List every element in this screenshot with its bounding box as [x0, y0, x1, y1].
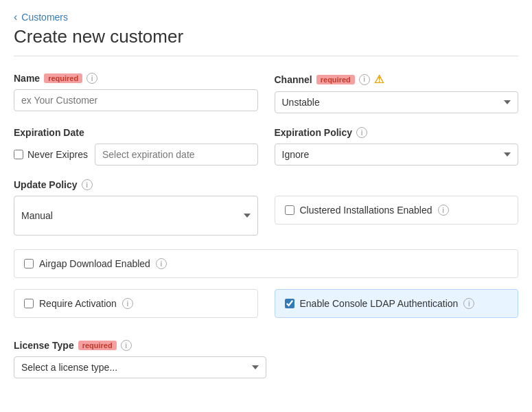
expiration-date-section: Expiration Date Never Exipres	[14, 127, 258, 165]
channel-select[interactable]: Unstable Stable Beta LTS	[275, 91, 519, 113]
expiration-date-row: Never Exipres	[14, 144, 258, 165]
expiration-policy-label: Expiration Policy	[275, 127, 353, 138]
clustered-installations-label: Clustered Installations Enabled	[300, 205, 432, 216]
license-type-label-row: License Type required i	[14, 340, 518, 351]
name-input[interactable]	[14, 89, 258, 111]
breadcrumb-row: ‹ Customers	[14, 11, 518, 23]
enable-console-ldap-section: Enable Console LDAP Authentication i	[275, 289, 519, 318]
never-expires-checkbox[interactable]	[14, 150, 23, 159]
license-type-section: License Type required i Select a license…	[14, 340, 518, 378]
channel-required-badge: required	[316, 75, 355, 84]
enable-console-ldap-label: Enable Console LDAP Authentication	[300, 298, 459, 309]
divider	[14, 56, 518, 56]
never-expires-label[interactable]: Never Exipres	[14, 149, 88, 160]
require-activation-info-icon[interactable]: i	[122, 298, 133, 309]
expiration-policy-label-row: Expiration Policy i	[275, 127, 519, 138]
expiration-policy-info-icon[interactable]: i	[356, 127, 367, 138]
license-type-select[interactable]: Select a license type... Development Tri…	[14, 356, 266, 378]
license-type-required-badge: required	[78, 341, 117, 350]
update-policy-section: Update Policy i Manual Automatic Patch C…	[14, 179, 518, 236]
page-container: ‹ Customers Create new customer Name req…	[0, 0, 532, 395]
require-activation-row: Require Activation i	[24, 298, 133, 309]
require-activation-section: Require Activation i	[14, 289, 258, 318]
require-activation-label: Require Activation	[39, 298, 117, 309]
require-activation-checkbox[interactable]	[24, 299, 34, 308]
activation-ldap-grid: Require Activation i Enable Console LDAP…	[14, 289, 518, 329]
clustered-info-icon[interactable]: i	[438, 205, 449, 216]
airgap-checkbox[interactable]	[24, 259, 34, 268]
never-expires-text: Never Exipres	[27, 149, 88, 160]
clustered-installations-row: Clustered Installations Enabled i	[285, 205, 449, 216]
enable-console-ldap-info-icon[interactable]: i	[463, 298, 474, 309]
expiration-date-label-row: Expiration Date	[14, 127, 258, 138]
expiration-policy-section: Expiration Policy i Ignore Warn Disable	[275, 127, 519, 165]
channel-info-icon[interactable]: i	[359, 74, 370, 85]
expiration-policy-select[interactable]: Ignore Warn Disable	[275, 144, 519, 165]
license-type-label: License Type	[14, 340, 74, 351]
breadcrumb-link[interactable]: Customers	[21, 12, 68, 23]
name-required-badge: required	[44, 73, 82, 83]
clustered-installations-checkbox[interactable]	[285, 205, 294, 215]
page-title: Create new customer	[14, 26, 183, 47]
channel-field-section: Channel required i ⚠ Unstable Stable Bet…	[275, 73, 519, 113]
channel-label: Channel	[275, 74, 312, 85]
license-type-info-icon[interactable]: i	[121, 340, 132, 351]
name-field-section: Name required i	[14, 73, 258, 113]
name-channel-grid: Name required i Channel required i ⚠ Uns…	[14, 73, 518, 127]
airgap-section: Airgap Download Enabled i	[14, 249, 518, 278]
update-policy-row: Manual Automatic Patch Clustered Install…	[14, 196, 518, 236]
channel-warn-icon: ⚠	[374, 73, 384, 86]
airgap-row: Airgap Download Enabled i	[24, 258, 167, 269]
expiration-date-input[interactable]	[95, 144, 258, 165]
enable-console-ldap-checkbox[interactable]	[285, 299, 294, 308]
name-info-icon[interactable]: i	[86, 73, 97, 84]
airgap-label: Airgap Download Enabled	[39, 258, 150, 269]
update-policy-label-row: Update Policy i	[14, 179, 518, 190]
airgap-info-icon[interactable]: i	[156, 258, 167, 269]
update-policy-select[interactable]: Manual Automatic Patch	[14, 196, 258, 236]
name-label-row: Name required i	[14, 73, 258, 84]
name-label: Name	[14, 73, 40, 84]
clustered-installations-section: Clustered Installations Enabled i	[275, 196, 519, 225]
title-row: Create new customer	[14, 26, 518, 47]
enable-console-ldap-row: Enable Console LDAP Authentication i	[285, 298, 475, 309]
channel-label-row: Channel required i ⚠	[275, 73, 519, 86]
update-policy-info-icon[interactable]: i	[82, 179, 93, 190]
breadcrumb-separator: ‹	[14, 11, 17, 23]
update-policy-label: Update Policy	[14, 179, 78, 190]
expiration-grid: Expiration Date Never Exipres Expiration…	[14, 127, 518, 179]
expiration-date-label: Expiration Date	[14, 127, 84, 138]
